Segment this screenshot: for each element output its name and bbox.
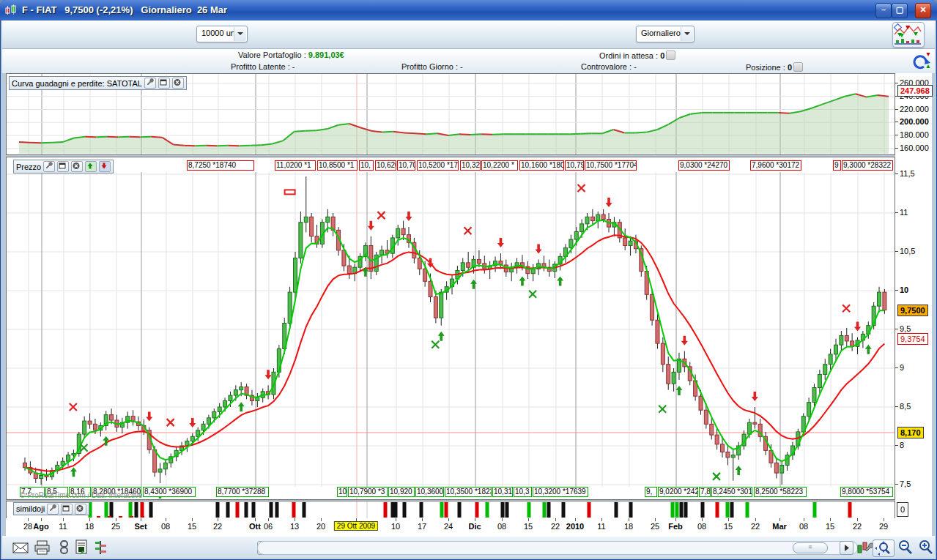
window-icon[interactable] xyxy=(158,78,170,89)
value-axis-column[interactable]: 260.000240.000220.000200.000180.000160.0… xyxy=(895,73,932,536)
horizontal-scrollbar[interactable]: ≡ xyxy=(257,541,858,555)
price-panel-title: Prezzo xyxy=(16,163,41,171)
alert-level-box: 8,170 xyxy=(897,427,924,438)
price-panel-header: Prezzo xyxy=(13,160,114,173)
buy-trade-label: 10,3200 *17639 xyxy=(533,487,588,497)
buy-trade-label: 9, xyxy=(645,487,657,497)
sell-trade-label: 11,0200 *1 xyxy=(275,160,316,171)
equity-current-value-box: 247.968 xyxy=(897,85,933,97)
buy-trade-label: 10 xyxy=(337,487,347,497)
time-tick-label: 18 xyxy=(85,522,94,531)
main-toolbar: 10000 unità Giornaliero xyxy=(2,20,935,49)
time-tick-mark xyxy=(629,518,629,521)
time-tick-label: 11 xyxy=(597,522,605,531)
watermark: © ProRealTime.com / Dati: Interactive xyxy=(20,491,143,499)
print-icon[interactable] xyxy=(34,540,51,556)
price-chart xyxy=(7,157,895,499)
time-tick-label: 08 xyxy=(697,522,706,531)
time-tick-label: Ago xyxy=(33,522,48,531)
time-axis[interactable]: 28Ago111825Set081522Ott06132029 Ott 2009… xyxy=(6,518,932,536)
time-tick-label: 22 xyxy=(853,522,862,531)
simildoji-current-value: 0 xyxy=(897,502,908,517)
sell-trade-label: 10,32 xyxy=(460,160,481,171)
wrench-icon[interactable] xyxy=(144,78,156,89)
close-icon[interactable] xyxy=(75,504,86,515)
sell-trade-label: 10,1600 *180 xyxy=(519,160,564,171)
buy-trade-label: 8,2450 *301 xyxy=(711,487,752,497)
sell-trade-label: 9,3000 *28322 xyxy=(842,160,893,171)
wrench-icon[interactable] xyxy=(47,504,59,515)
export-document-icon[interactable] xyxy=(74,540,90,556)
time-tick-label: 18 xyxy=(624,522,633,531)
mail-icon[interactable] xyxy=(12,540,29,556)
equity-axis-tick: 200.000 xyxy=(900,117,929,126)
buy-order-icon[interactable] xyxy=(85,161,97,172)
price-axis-tick: 9,5 xyxy=(900,324,911,333)
quote-board-icon[interactable] xyxy=(93,540,109,556)
time-tick-label: 20 xyxy=(316,522,325,531)
latent-profit: Profitto Latente : - xyxy=(231,62,295,71)
sell-trade-label: 10,620 xyxy=(375,160,396,171)
time-tick-mark xyxy=(295,518,295,521)
chart-settings-icon[interactable] xyxy=(856,540,873,556)
buy-trade-label: 10,7900 *3 xyxy=(348,487,388,497)
maximize-button[interactable]: ▢ xyxy=(892,3,908,18)
window-icon[interactable] xyxy=(57,161,69,172)
time-tick-label: 2010 xyxy=(566,522,584,531)
time-tick-label: 10 xyxy=(391,522,400,531)
time-tick-label: 15 xyxy=(826,522,834,531)
equity-curve-panel[interactable]: Curva guadagni e perdite: SATOTAL xyxy=(6,73,895,155)
time-tick-mark xyxy=(422,518,423,521)
buy-trade-label: 10,3600 xyxy=(415,487,444,497)
chevron-down-icon xyxy=(681,27,693,41)
position-info: Posizione : 0 xyxy=(746,62,803,72)
minimize-button[interactable]: – xyxy=(875,3,892,18)
price-axis-tick: 11 xyxy=(900,208,908,217)
time-tick-mark xyxy=(475,518,475,521)
close-icon[interactable] xyxy=(71,161,83,172)
timeframe-dropdown[interactable]: Giornaliero xyxy=(636,26,695,42)
chart-style-icon xyxy=(893,23,922,45)
time-tick-mark xyxy=(166,518,166,521)
zoom-fit-button[interactable] xyxy=(873,540,895,557)
price-panel[interactable]: Prezzo 8,2600 *181608,7250 *1874011,0200… xyxy=(6,157,895,500)
last-price-box: 9,7500 xyxy=(897,305,928,316)
wrench-icon[interactable] xyxy=(43,161,55,172)
units-dropdown[interactable]: 10000 unità xyxy=(196,26,248,42)
time-tick-mark xyxy=(396,518,396,521)
zoom-out-icon[interactable] xyxy=(897,540,914,556)
chart-style-button[interactable] xyxy=(892,22,925,48)
close-button[interactable]: ✕ xyxy=(915,3,931,18)
time-tick-mark xyxy=(255,518,256,521)
simildoji-panel[interactable]: simildoji xyxy=(6,501,895,519)
candlestick-icon xyxy=(5,4,18,16)
time-tick-mark xyxy=(601,518,602,521)
refresh-orders-icon[interactable] xyxy=(913,51,932,70)
close-icon[interactable] xyxy=(172,78,184,89)
price-axis-tick: 8,5 xyxy=(900,402,911,411)
buy-trade-label: 7,8 xyxy=(699,487,711,497)
time-tick-mark xyxy=(89,518,90,521)
sell-order-icon[interactable] xyxy=(99,161,111,172)
sell-trade-label: 10, xyxy=(359,160,374,171)
sell-trade-label: 10,7500 *17704 xyxy=(585,160,637,171)
buy-trade-label: 10,31 xyxy=(492,487,513,497)
position-list-icon[interactable] xyxy=(793,62,803,72)
time-tick-label: Mar xyxy=(772,522,787,531)
time-tick-mark xyxy=(502,518,503,521)
time-tick-mark xyxy=(728,518,729,521)
window-icon[interactable] xyxy=(61,504,73,515)
sell-trade-label: 10,79 xyxy=(565,160,584,171)
time-tick-mark xyxy=(779,518,780,521)
scroll-right-button[interactable] xyxy=(840,541,853,555)
time-tick-mark xyxy=(555,518,556,521)
sell-trade-label: 10,2200 * xyxy=(481,160,518,171)
equity-panel-header: Curva guadagni e perdite: SATOTAL xyxy=(9,76,187,90)
scrollbar-thumb[interactable]: ≡ xyxy=(793,542,828,553)
chevron-down-icon xyxy=(234,27,246,41)
time-tick-mark xyxy=(575,518,576,521)
link-icon[interactable] xyxy=(56,540,73,556)
time-tick-label: 15 xyxy=(724,522,733,531)
zoom-in-icon[interactable] xyxy=(918,540,934,556)
orders-list-icon[interactable] xyxy=(666,51,675,60)
